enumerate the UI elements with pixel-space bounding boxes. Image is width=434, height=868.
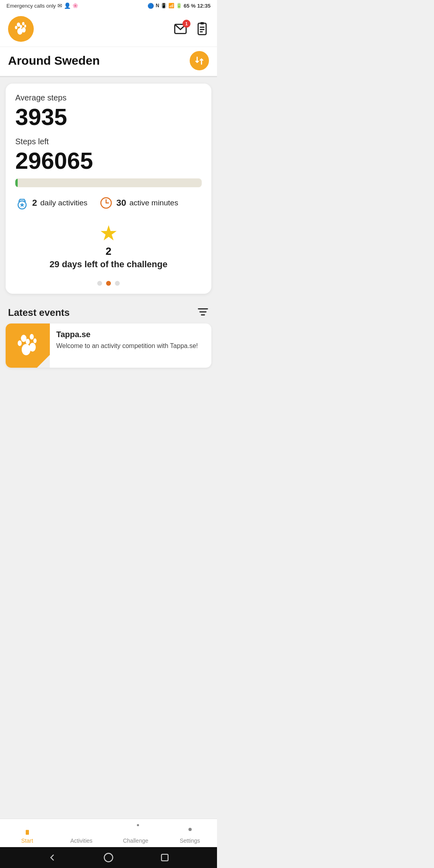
svg-point-1 [22, 22, 25, 25]
battery-icon: 🔋 [176, 3, 182, 8]
swap-icon: path{fill:none;stroke:#fff;stroke-width:… [194, 55, 205, 66]
medal-icon [15, 196, 29, 210]
svg-point-27 [26, 339, 30, 344]
divider [0, 76, 217, 77]
toggle-button[interactable]: path{fill:none;stroke:#fff;stroke-width:… [190, 51, 209, 70]
star-icon: ★ [99, 223, 118, 244]
mail-badge: 1 [182, 20, 190, 28]
daily-activities-count: 2 [32, 198, 37, 208]
svg-point-25 [30, 334, 34, 340]
bluetooth-icon: 🔵 [147, 3, 154, 9]
avg-steps-label: Average steps [15, 93, 202, 102]
steps-left-label: Steps left [15, 137, 202, 146]
event-avatar [6, 323, 50, 368]
clock: 12:35 [197, 3, 211, 9]
carousel-dots [15, 281, 202, 286]
svg-point-26 [18, 340, 22, 346]
days-left-num: 29 [49, 259, 59, 269]
active-minutes-label: active minutes [129, 199, 178, 207]
status-bar: Emergency calls only ✉ 👤 🌸 🔵 N 📳 📶 🔋 65 … [0, 0, 217, 11]
active-minutes-count: 30 [116, 198, 126, 208]
mail-icon: ✉ [57, 2, 62, 9]
filter-icon [197, 306, 209, 318]
dot-2[interactable] [106, 281, 111, 286]
svg-marker-14 [20, 203, 25, 207]
person-icon: 👤 [64, 2, 71, 9]
activity-row: 2 daily activities 30 active minutes [15, 196, 202, 210]
app-logo[interactable] [8, 16, 34, 42]
svg-point-0 [17, 23, 20, 27]
svg-rect-9 [201, 22, 204, 25]
vibrate-icon: 📳 [161, 3, 167, 8]
svg-point-2 [15, 26, 17, 29]
event-title: Tappa.se [56, 330, 205, 339]
event-description: Welcome to an activity competition with … [56, 342, 205, 350]
latest-events-title: Latest events [8, 307, 70, 318]
status-left: Emergency calls only ✉ 👤 🌸 [6, 2, 78, 9]
flower-icon: 🌸 [72, 3, 78, 8]
status-right: 🔵 N 📳 📶 🔋 65 % 12:35 [147, 3, 211, 9]
event-list: Tappa.se Welcome to an activity competit… [0, 323, 217, 368]
app-header: 1 [0, 11, 217, 47]
clock-icon [99, 196, 113, 210]
daily-activities-item: 2 daily activities [15, 196, 87, 210]
dot-3[interactable] [115, 281, 120, 286]
progress-bar-fill [15, 178, 18, 187]
daily-activities-label: daily activities [40, 199, 87, 207]
days-left: 29 days left of the challenge [49, 259, 167, 270]
days-left-text: days left of the challenge [62, 259, 168, 269]
star-count: 2 [106, 245, 111, 258]
filter-button[interactable] [197, 306, 209, 319]
avg-steps-value: 3935 [15, 104, 202, 130]
active-minutes-item: 30 active minutes [99, 196, 178, 210]
event-card[interactable]: Tappa.se Welcome to an activity competit… [6, 323, 211, 368]
battery-percent: 65 % [184, 3, 196, 9]
latest-events-header: Latest events [0, 300, 217, 323]
progress-bar-container [15, 178, 202, 187]
footprint-event-icon [15, 333, 41, 358]
event-content: Tappa.se Welcome to an activity competit… [50, 323, 211, 368]
svg-point-29 [22, 344, 31, 355]
header-icons: 1 [174, 22, 209, 36]
mail-button[interactable]: 1 [174, 22, 187, 36]
svg-point-6 [22, 27, 26, 33]
svg-point-5 [17, 28, 23, 35]
svg-point-24 [21, 335, 27, 342]
star-section: ★ 2 29 days left of the challenge [15, 219, 202, 275]
svg-point-28 [33, 338, 37, 343]
title-row: Around Sweden path{fill:none;stroke:#fff… [0, 47, 217, 76]
nfc-icon: N [156, 3, 159, 8]
page-title: Around Sweden [8, 54, 100, 68]
wifi-icon: 📶 [168, 3, 174, 8]
status-calls: Emergency calls only [6, 3, 56, 9]
main-stats-card: Average steps 3935 Steps left 296065 2 d… [6, 84, 211, 294]
svg-point-3 [20, 25, 22, 28]
steps-left-value: 296065 [15, 148, 202, 174]
svg-point-4 [24, 25, 26, 27]
footprint-logo-icon [13, 21, 29, 37]
clipboard-button[interactable] [195, 22, 209, 36]
svg-point-30 [29, 343, 36, 352]
dot-1[interactable] [97, 281, 102, 286]
clipboard-icon [195, 22, 209, 36]
